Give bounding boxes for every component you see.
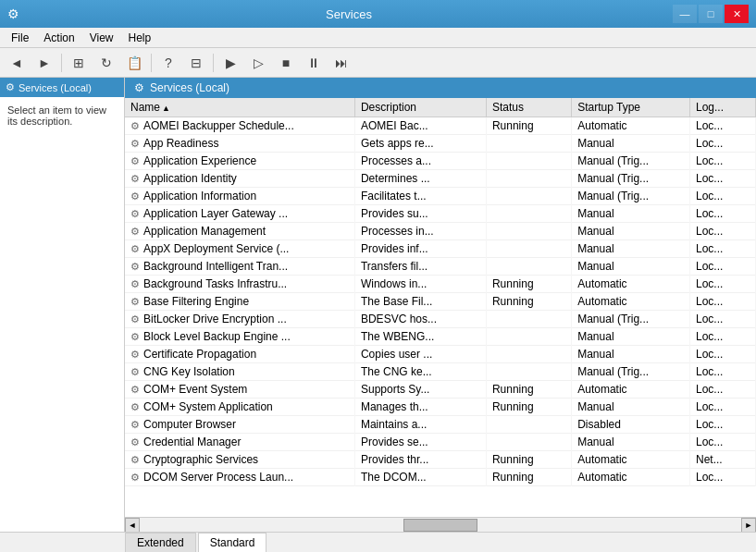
separator-3 [213, 54, 214, 72]
service-log-cell: Loc... [689, 117, 755, 135]
service-description-cell: Copies user ... [354, 346, 486, 363]
service-startup-cell: Manual [572, 258, 690, 276]
maximize-button[interactable]: □ [699, 5, 723, 23]
service-description-cell: Windows in... [354, 276, 486, 293]
menu-action[interactable]: Action [36, 30, 81, 46]
scroll-right-button[interactable]: ► [741, 518, 756, 533]
content-header-icon: ⚙ [134, 81, 144, 94]
tab-extended[interactable]: Extended [125, 533, 196, 552]
service-icon: ⚙ [130, 208, 140, 219]
tab-strip: Extended Standard [0, 532, 756, 552]
table-row[interactable]: ⚙Application InformationFacilitates t...… [125, 188, 756, 205]
properties-button[interactable]: ⊟ [183, 51, 209, 75]
table-row[interactable]: ⚙Background Tasks Infrastru...Windows in… [125, 276, 756, 293]
table-row[interactable]: ⚙BitLocker Drive Encryption ...BDESVC ho… [125, 311, 756, 328]
service-log-cell: Loc... [689, 381, 755, 399]
service-log-cell: Loc... [689, 293, 755, 311]
menu-file[interactable]: File [4, 30, 36, 46]
separator-1 [61, 54, 62, 72]
table-row[interactable]: ⚙AOMEI Backupper Schedule...AOMEI Bac...… [125, 117, 756, 135]
col-header-log[interactable]: Log... [689, 98, 755, 117]
sort-arrow-name: ▲ [162, 104, 170, 113]
window-title: Services [25, 7, 673, 21]
menu-help[interactable]: Help [121, 30, 159, 46]
service-icon: ⚙ [130, 190, 140, 202]
table-row[interactable]: ⚙DCOM Server Process Laun...The DCOM...R… [125, 469, 756, 486]
service-description-cell: Processes in... [354, 223, 486, 240]
table-row[interactable]: ⚙Computer BrowserMaintains a...DisabledL… [125, 416, 756, 434]
service-description-cell: Provides inf... [354, 240, 486, 258]
service-icon: ⚙ [130, 155, 140, 166]
service-log-cell: Loc... [689, 258, 755, 276]
service-log-cell: Loc... [689, 469, 755, 486]
table-row[interactable]: ⚙COM+ System ApplicationManages th...Run… [125, 399, 756, 416]
service-description-cell: AOMEI Bac... [354, 117, 486, 135]
service-description-cell: Provides se... [354, 434, 486, 451]
table-row[interactable]: ⚙COM+ Event SystemSupports Sy...RunningA… [125, 381, 756, 399]
close-button[interactable]: ✕ [725, 5, 749, 23]
table-row[interactable]: ⚙Block Level Backup Engine ...The WBENG.… [125, 328, 756, 346]
service-description-cell: Maintains a... [354, 416, 486, 434]
service-status-cell [486, 135, 571, 153]
services-table-container[interactable]: Name▲ Description Status Startup Type Lo… [125, 98, 756, 517]
horizontal-scrollbar[interactable]: ◄ ► [125, 517, 756, 532]
forward-button[interactable]: ► [31, 51, 57, 75]
table-row[interactable]: ⚙Credential ManagerProvides se...ManualL… [125, 434, 756, 451]
service-icon: ⚙ [130, 138, 140, 149]
col-header-status[interactable]: Status [486, 98, 571, 117]
service-startup-cell: Manual [572, 240, 690, 258]
service-icon: ⚙ [130, 173, 140, 184]
service-description-cell: Provides su... [354, 205, 486, 223]
service-status-cell [486, 153, 571, 170]
table-row[interactable]: ⚙Certificate PropagationCopies user ...M… [125, 346, 756, 363]
show-hide-console-button[interactable]: ⊞ [66, 51, 92, 75]
service-startup-cell: Manual [572, 346, 690, 363]
service-name-cell: ⚙Application Information [125, 188, 354, 205]
service-status-cell: Running [486, 399, 571, 416]
service-log-cell: Loc... [689, 416, 755, 434]
scroll-track[interactable] [140, 518, 741, 532]
table-row[interactable]: ⚙Cryptographic ServicesProvides thr...Ru… [125, 451, 756, 469]
service-startup-cell: Manual (Trig... [572, 188, 690, 205]
table-row[interactable]: ⚙App ReadinessGets apps re...ManualLoc..… [125, 135, 756, 153]
start2-service-button[interactable]: ▷ [245, 51, 271, 75]
service-name-cell: ⚙AppX Deployment Service (... [125, 240, 354, 258]
table-row[interactable]: ⚙Application ManagementProcesses in...Ma… [125, 223, 756, 240]
col-header-description[interactable]: Description [354, 98, 486, 117]
table-row[interactable]: ⚙Background Intelligent Tran...Transfers… [125, 258, 756, 276]
export-button[interactable]: 📋 [121, 51, 147, 75]
pause-service-button[interactable]: ⏸ [301, 51, 327, 75]
refresh-button[interactable]: ↻ [93, 51, 119, 75]
scroll-left-button[interactable]: ◄ [125, 518, 140, 533]
service-status-cell [486, 434, 571, 451]
minimize-button[interactable]: — [673, 5, 697, 23]
service-icon: ⚙ [130, 226, 140, 237]
back-button[interactable]: ◄ [4, 51, 30, 75]
services-table: Name▲ Description Status Startup Type Lo… [125, 98, 756, 486]
service-name-cell: ⚙BitLocker Drive Encryption ... [125, 311, 354, 328]
table-row[interactable]: ⚙Application ExperienceProcesses a...Man… [125, 153, 756, 170]
restart-service-button[interactable]: ⏭ [328, 51, 354, 75]
scroll-thumb[interactable] [403, 519, 477, 532]
service-status-cell [486, 188, 571, 205]
service-status-cell [486, 205, 571, 223]
tab-standard[interactable]: Standard [198, 533, 267, 552]
start-service-button[interactable]: ▶ [217, 51, 243, 75]
table-row[interactable]: ⚙Application Layer Gateway ...Provides s… [125, 205, 756, 223]
table-row[interactable]: ⚙AppX Deployment Service (...Provides in… [125, 240, 756, 258]
help-button[interactable]: ? [155, 51, 181, 75]
service-startup-cell: Manual [572, 223, 690, 240]
service-icon: ⚙ [130, 296, 140, 307]
table-row[interactable]: ⚙Base Filtering EngineThe Base Fil...Run… [125, 293, 756, 311]
menu-view[interactable]: View [82, 30, 121, 46]
service-startup-cell: Manual [572, 328, 690, 346]
service-log-cell: Loc... [689, 328, 755, 346]
col-header-name[interactable]: Name▲ [125, 98, 354, 117]
col-header-startup-type[interactable]: Startup Type [572, 98, 690, 117]
table-row[interactable]: ⚙Application IdentityDetermines ...Manua… [125, 170, 756, 188]
stop-service-button[interactable]: ■ [273, 51, 299, 75]
service-description-cell: The WBENG... [354, 328, 486, 346]
services-tbody: ⚙AOMEI Backupper Schedule...AOMEI Bac...… [125, 117, 756, 486]
service-startup-cell: Automatic [572, 276, 690, 293]
table-row[interactable]: ⚙CNG Key IsolationThe CNG ke...Manual (T… [125, 363, 756, 381]
